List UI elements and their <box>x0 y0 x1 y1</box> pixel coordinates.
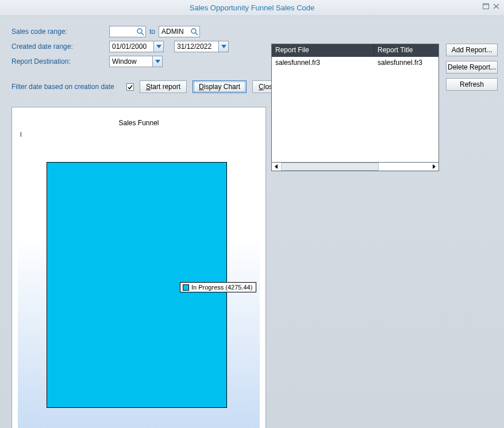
date-to-value: 31/12/2022 <box>177 42 218 51</box>
close-icon[interactable] <box>491 2 501 10</box>
content-area: Sales code range: to ADMIN Created date … <box>0 16 504 100</box>
report-list-header: Report File Report Title <box>272 44 438 57</box>
add-report-button[interactable]: Add Report... <box>446 44 498 56</box>
close-mnemonic: C <box>259 83 264 91</box>
legend-label: In Progress (4275.44) <box>191 284 252 291</box>
sales-code-to-value: ADMIN <box>161 27 188 36</box>
refresh-button[interactable]: Refresh <box>446 78 498 91</box>
sales-code-from-value <box>112 27 134 36</box>
horizontal-scrollbar[interactable] <box>271 162 439 171</box>
chevron-down-icon[interactable] <box>218 41 228 52</box>
delete-report-label: Delete Report... <box>448 63 496 71</box>
report-destination-label: Report Destination: <box>11 57 98 65</box>
legend-swatch <box>183 284 189 291</box>
add-report-label: Add Report... <box>452 46 493 54</box>
svg-marker-9 <box>221 45 226 48</box>
svg-marker-12 <box>433 164 436 169</box>
svg-point-4 <box>137 29 142 33</box>
svg-marker-11 <box>275 164 278 169</box>
display-chart-button[interactable]: Display Chart <box>193 80 247 93</box>
svg-line-5 <box>141 33 144 35</box>
col-header-report-file[interactable]: Report File <box>272 44 374 57</box>
chart-title: Sales Funnel <box>12 119 266 127</box>
svg-line-7 <box>195 33 198 35</box>
date-to-input[interactable]: 31/12/2022 <box>174 41 229 52</box>
window-controls <box>481 2 501 10</box>
scroll-left-icon[interactable] <box>272 163 281 171</box>
start-report-rest: tart report <box>151 83 180 91</box>
scroll-thumb[interactable] <box>281 163 379 171</box>
display-chart-mnemonic: D <box>199 83 204 91</box>
maximize-icon[interactable] <box>481 2 490 10</box>
scroll-track[interactable] <box>281 163 429 171</box>
date-from-input[interactable]: 01/01/2000 <box>109 41 164 52</box>
svg-marker-8 <box>156 45 161 48</box>
refresh-label: Refresh <box>460 80 484 88</box>
sales-code-from-input[interactable] <box>109 26 146 37</box>
sales-code-to-input[interactable]: ADMIN <box>159 26 200 37</box>
delete-report-button[interactable]: Delete Report... <box>446 61 498 74</box>
side-buttons: Add Report... Delete Report... Refresh <box>446 44 498 91</box>
table-row[interactable]: salesfunnel.fr3 salesfunnel.fr3 <box>272 57 438 68</box>
window-title: Sales Opportunity Funnel Sales Code <box>190 3 315 12</box>
search-icon[interactable] <box>190 28 198 36</box>
chevron-down-icon[interactable] <box>153 41 163 52</box>
chart-legend: In Progress (4275.44) <box>180 282 256 292</box>
report-destination-value: Window <box>112 57 152 66</box>
cell-report-file: salesfunnel.fr3 <box>272 57 374 68</box>
chart-panel: Sales Funnel In Progress (4275.44) I <box>11 107 266 428</box>
svg-point-6 <box>191 29 196 33</box>
report-destination-select[interactable]: Window <box>109 56 163 67</box>
report-list: Report File Report Title salesfunnel.fr3… <box>271 44 439 171</box>
created-date-range-label: Created date range: <box>11 43 98 51</box>
to-label: to <box>149 28 155 36</box>
report-list-body: salesfunnel.fr3 salesfunnel.fr3 <box>272 57 438 68</box>
display-chart-rest: isplay Chart <box>204 83 240 91</box>
filter-creation-date-label: Filter date based on creation date <box>11 83 121 91</box>
chevron-down-icon[interactable] <box>152 56 162 67</box>
date-from-value: 01/01/2000 <box>112 42 153 51</box>
scroll-right-icon[interactable] <box>429 163 438 171</box>
search-icon[interactable] <box>136 28 144 36</box>
start-report-mnemonic: S <box>146 83 151 91</box>
title-bar: Sales Opportunity Funnel Sales Code <box>0 0 504 16</box>
row-sales-code-range: Sales code range: to ADMIN <box>11 25 497 38</box>
axis-tick-mark: I <box>20 132 22 138</box>
col-header-report-title[interactable]: Report Title <box>374 44 438 57</box>
cell-report-title: salesfunnel.fr3 <box>374 57 438 68</box>
filter-creation-date-checkbox[interactable] <box>126 83 134 91</box>
svg-marker-10 <box>155 60 160 63</box>
start-report-button[interactable]: Start report <box>140 80 187 93</box>
sales-code-range-label: Sales code range: <box>11 28 98 36</box>
